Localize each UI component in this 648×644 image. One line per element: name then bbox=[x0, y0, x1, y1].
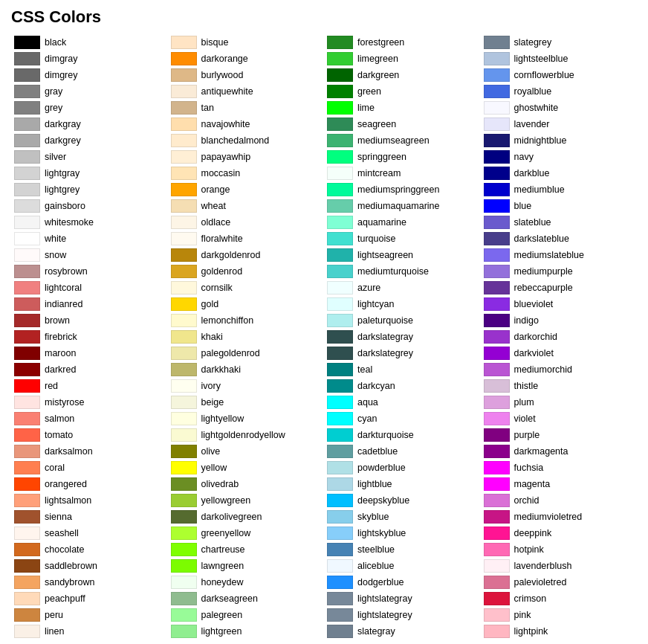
color-swatch bbox=[327, 199, 353, 213]
list-item: gainsboro bbox=[11, 198, 168, 214]
list-item: steelblue bbox=[324, 541, 481, 558]
color-swatch bbox=[171, 445, 197, 458]
color-swatch bbox=[14, 68, 40, 82]
color-name: navajowhite bbox=[201, 119, 250, 129]
color-swatch bbox=[171, 412, 197, 425]
color-name: lightgrey bbox=[45, 184, 80, 195]
color-swatch bbox=[327, 183, 353, 196]
color-name: moccasin bbox=[201, 168, 241, 178]
color-name: khaki bbox=[201, 332, 223, 342]
color-name: lightcyan bbox=[357, 299, 394, 309]
color-name: darkcyan bbox=[357, 381, 395, 391]
color-name: purple bbox=[514, 430, 540, 440]
color-swatch bbox=[14, 379, 40, 393]
color-swatch bbox=[14, 265, 40, 278]
list-item: lightsteelblue bbox=[481, 51, 638, 67]
color-name: slateblue bbox=[514, 217, 551, 228]
list-item: darkkhaki bbox=[168, 361, 325, 378]
color-name: mediumaquamarine bbox=[357, 201, 439, 211]
color-swatch bbox=[327, 510, 353, 524]
list-item: chartreuse bbox=[168, 541, 325, 558]
list-item: maroon bbox=[11, 345, 168, 361]
color-swatch bbox=[171, 265, 197, 278]
list-item: aliceblue bbox=[324, 558, 481, 574]
color-swatch bbox=[171, 199, 197, 213]
color-name: darkslategray bbox=[357, 332, 413, 342]
list-item: peachpuff bbox=[11, 590, 168, 607]
list-item: purple bbox=[481, 427, 638, 443]
list-item: cadetblue bbox=[324, 443, 481, 460]
color-name: lightblue bbox=[357, 479, 392, 489]
list-item: mediumorchid bbox=[481, 361, 638, 378]
color-name: coral bbox=[45, 463, 65, 473]
color-swatch bbox=[484, 330, 510, 344]
color-name: linen bbox=[45, 626, 64, 637]
color-swatch bbox=[327, 248, 353, 262]
color-swatch bbox=[171, 625, 197, 638]
color-name: blanchedalmond bbox=[201, 135, 270, 146]
color-swatch bbox=[484, 281, 510, 294]
list-item: salmon bbox=[11, 410, 168, 427]
color-name: hotpink bbox=[514, 544, 544, 555]
color-name: mediumturquoise bbox=[357, 266, 429, 277]
color-swatch bbox=[484, 412, 510, 425]
color-name: palevioletred bbox=[514, 577, 567, 587]
color-name: mediumorchid bbox=[514, 364, 573, 375]
list-item: paleturquoise bbox=[324, 312, 481, 329]
list-item: chocolate bbox=[11, 541, 168, 558]
color-swatch bbox=[14, 347, 40, 360]
color-name: salmon bbox=[45, 413, 74, 424]
color-name: white bbox=[45, 234, 66, 244]
color-name: violet bbox=[514, 413, 536, 424]
list-item: violet bbox=[481, 410, 638, 427]
color-swatch bbox=[484, 183, 510, 196]
color-swatch bbox=[14, 576, 40, 589]
color-name: whitesmoke bbox=[45, 217, 94, 228]
color-swatch bbox=[327, 477, 353, 491]
color-name: forestgreen bbox=[357, 37, 404, 48]
color-name: dimgray bbox=[45, 54, 77, 64]
list-item: lawngreen bbox=[168, 558, 325, 574]
color-name: lightcoral bbox=[45, 283, 82, 293]
color-swatch bbox=[171, 150, 197, 164]
color-swatch bbox=[171, 36, 197, 49]
color-swatch bbox=[171, 608, 197, 622]
color-swatch bbox=[171, 428, 197, 442]
color-name: darkblue bbox=[514, 168, 550, 178]
color-swatch bbox=[14, 412, 40, 425]
color-name: teal bbox=[357, 364, 372, 375]
color-swatch bbox=[484, 134, 510, 147]
color-name: dimgrey bbox=[45, 70, 77, 80]
list-item: cornsilk bbox=[168, 280, 325, 296]
list-item: antiquewhite bbox=[168, 83, 325, 100]
color-name: honeydew bbox=[201, 577, 244, 587]
color-name: powderblue bbox=[357, 463, 406, 473]
color-swatch bbox=[14, 183, 40, 196]
list-item: forestgreen bbox=[324, 34, 481, 51]
color-swatch bbox=[171, 85, 197, 98]
color-name: indigo bbox=[514, 315, 539, 326]
list-item: red bbox=[11, 378, 168, 394]
list-item: ivory bbox=[168, 378, 325, 394]
color-swatch bbox=[14, 297, 40, 311]
color-swatch bbox=[484, 167, 510, 180]
list-item: lime bbox=[324, 100, 481, 116]
color-name: goldenrod bbox=[201, 266, 243, 277]
color-swatch bbox=[171, 477, 197, 491]
color-name: darkgrey bbox=[45, 135, 81, 146]
color-swatch bbox=[14, 477, 40, 491]
color-swatch bbox=[327, 36, 353, 49]
color-name: palegreen bbox=[201, 610, 243, 620]
color-name: pink bbox=[514, 610, 531, 620]
color-name: gray bbox=[45, 86, 62, 97]
list-item: orangered bbox=[11, 476, 168, 492]
color-name: plum bbox=[514, 397, 534, 408]
list-item: darkgrey bbox=[11, 132, 168, 149]
color-name: chartreuse bbox=[201, 544, 245, 555]
color-name: skyblue bbox=[357, 512, 389, 522]
list-item: deepskyblue bbox=[324, 492, 481, 509]
list-item: darkgoldenrod bbox=[168, 247, 325, 263]
color-swatch bbox=[171, 396, 197, 409]
color-name: mediumslateblue bbox=[514, 250, 585, 260]
color-swatch bbox=[484, 396, 510, 409]
